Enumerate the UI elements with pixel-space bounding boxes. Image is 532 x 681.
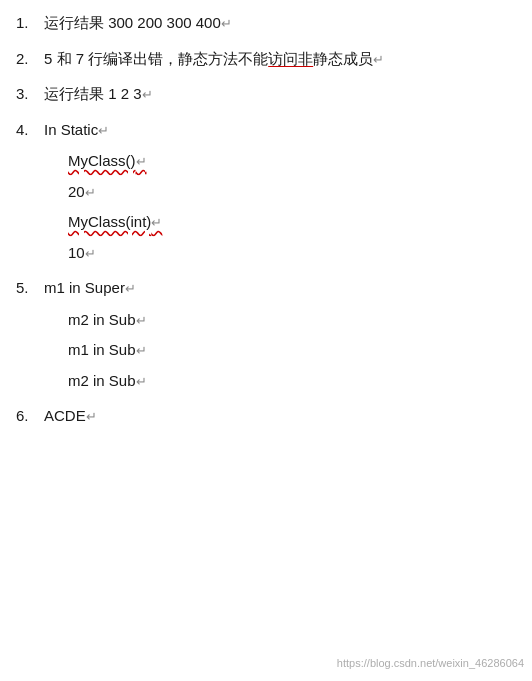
item-number-5: 5.	[16, 275, 44, 301]
item-text-1: 运行结果 300 200 300 400↵	[44, 10, 516, 36]
list-item-4: 4. In Static↵ MyClass()↵ 20↵ MyClass(int…	[16, 117, 516, 266]
sub-line-4-3: MyClass(int)↵	[68, 209, 516, 235]
highlight-link-2: 访问非	[268, 50, 313, 67]
sub-line-4-1: MyClass()↵	[68, 148, 516, 174]
sub-line-4-4: 10↵	[68, 240, 516, 266]
list-item-4-header: 4. In Static↵	[16, 117, 516, 143]
sub-line-5-2: m1 in Sub↵	[68, 337, 516, 363]
main-content: 1. 运行结果 300 200 300 400↵ 2. 5 和 7 行编译出错，…	[16, 10, 516, 429]
item-number-3: 3.	[16, 81, 44, 107]
list-item-5: 5. m1 in Super↵ m2 in Sub↵ m1 in Sub↵ m2…	[16, 275, 516, 393]
list-item-3: 3. 运行结果 1 2 3↵	[16, 81, 516, 107]
item-number-2: 2.	[16, 46, 44, 72]
list-item-2: 2. 5 和 7 行编译出错，静态方法不能访问非静态成员↵	[16, 46, 516, 72]
list-item-6: 6. ACDE↵	[16, 403, 516, 429]
item-text-5: m1 in Super↵	[44, 275, 516, 301]
sub-line-5-1: m2 in Sub↵	[68, 307, 516, 333]
list-item-1: 1. 运行结果 300 200 300 400↵	[16, 10, 516, 36]
item-text-4: In Static↵	[44, 117, 516, 143]
sub-line-5-3: m2 in Sub↵	[68, 368, 516, 394]
sub-block-5: m2 in Sub↵ m1 in Sub↵ m2 in Sub↵	[68, 307, 516, 394]
sub-block-4: MyClass()↵ 20↵ MyClass(int)↵ 10↵	[68, 148, 516, 265]
list-item-5-header: 5. m1 in Super↵	[16, 275, 516, 301]
item-number-4: 4.	[16, 117, 44, 143]
item-number-6: 6.	[16, 403, 44, 429]
item-text-2: 5 和 7 行编译出错，静态方法不能访问非静态成员↵	[44, 46, 516, 72]
item-text-3: 运行结果 1 2 3↵	[44, 81, 516, 107]
sub-line-4-2: 20↵	[68, 179, 516, 205]
watermark: https://blog.csdn.net/weixin_46286064	[337, 657, 524, 669]
item-text-6: ACDE↵	[44, 403, 516, 429]
item-number-1: 1.	[16, 10, 44, 36]
